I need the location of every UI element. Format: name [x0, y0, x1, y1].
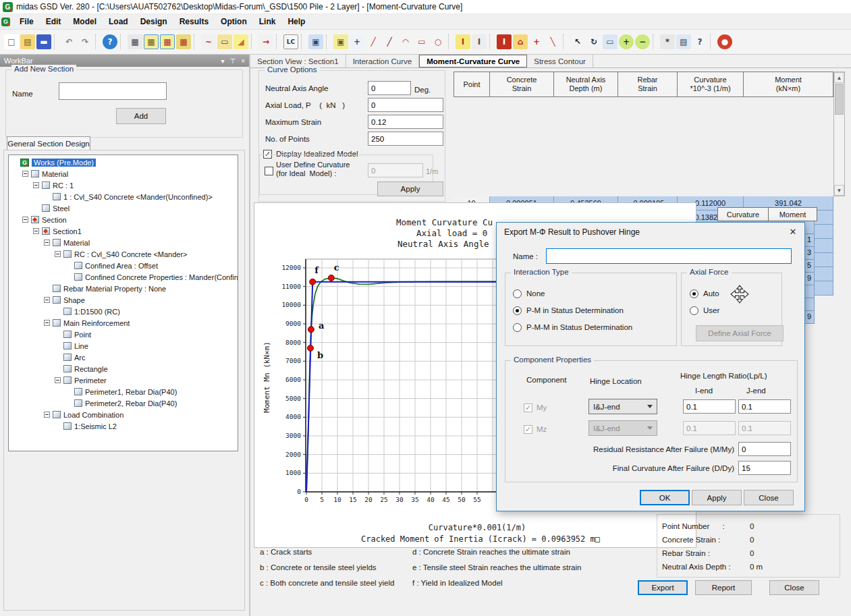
tree-item[interactable]: Arc: [9, 352, 238, 363]
column-header-moment[interactable]: Moment(kN×m): [744, 72, 833, 97]
ibeam-dimension-icon[interactable]: I: [472, 34, 487, 49]
menu-results[interactable]: Results: [173, 16, 215, 28]
tree-item[interactable]: Section: [9, 214, 238, 225]
open-file-icon[interactable]: ▤: [20, 34, 35, 49]
tree-expand-icon[interactable]: [44, 240, 50, 246]
rebar-rect-icon[interactable]: ▭: [414, 34, 429, 49]
node-snap-icon[interactable]: +: [350, 34, 364, 49]
load-case-icon[interactable]: LC: [283, 34, 298, 49]
pin-icon[interactable]: ⊤: [229, 57, 236, 65]
interaction-option-p-m-in-status-determination[interactable]: P-M in Status Determination: [513, 305, 624, 316]
tree-item[interactable]: Rectangle: [9, 363, 238, 374]
section-grid-icon[interactable]: ▦: [144, 34, 159, 49]
scroll-thumb[interactable]: [835, 84, 844, 115]
tab-stress-contour[interactable]: Stress Contour: [527, 55, 593, 67]
dialog-close-button[interactable]: Close: [744, 490, 794, 505]
tree-expand-icon[interactable]: [55, 251, 61, 257]
tree-item[interactable]: 1:Seismic L2: [9, 420, 238, 432]
report-button[interactable]: Report: [695, 580, 752, 595]
dialog-apply-button[interactable]: Apply: [692, 490, 742, 505]
zoom-out-icon[interactable]: −: [635, 34, 650, 49]
tab-general-section-design[interactable]: General Section Design: [7, 136, 90, 150]
no-of-points-input[interactable]: [368, 132, 443, 146]
interaction-option-p-m-m-in-status-determination[interactable]: P-M-M in Status Determination: [513, 322, 632, 333]
interaction-option-none[interactable]: None: [513, 288, 545, 299]
menu-model[interactable]: Model: [67, 16, 103, 28]
tree-item[interactable]: RC : 1: [9, 179, 238, 191]
scroll-up-icon[interactable]: ▲: [834, 72, 844, 83]
menu-link[interactable]: Link: [253, 16, 282, 28]
rebar-point-icon[interactable]: ╱: [366, 34, 381, 49]
tree-item[interactable]: Steel: [9, 202, 238, 214]
tree-item[interactable]: Point: [9, 329, 238, 340]
moment-curvature-icon[interactable]: →: [258, 34, 273, 49]
final-curvature-input[interactable]: [738, 461, 791, 475]
tree-item[interactable]: Confined Concrete Properties : Mander(Co…: [9, 271, 238, 283]
my-jend-input[interactable]: [738, 399, 791, 414]
menu-file[interactable]: File: [13, 16, 40, 28]
tree-item[interactable]: 1:D1500 (RC): [9, 306, 238, 317]
axial-load-input[interactable]: [368, 98, 443, 112]
tree-expand-icon[interactable]: [44, 412, 50, 418]
my-hinge-location-select[interactable]: I&J-end: [588, 399, 657, 414]
neutral-axis-angle-input[interactable]: [368, 81, 411, 95]
section-rebar-icon[interactable]: ▦: [160, 34, 175, 49]
axial-option-auto[interactable]: Auto: [690, 288, 719, 299]
maximum-strain-input[interactable]: [368, 115, 443, 129]
zoom-in-icon[interactable]: +: [619, 34, 634, 49]
save-file-icon[interactable]: ▬: [36, 34, 51, 49]
tree-item[interactable]: Perimeter: [9, 374, 238, 386]
pushover-hinge-icon[interactable]: ⌂: [513, 34, 528, 49]
user-define-checkbox[interactable]: [265, 167, 273, 175]
rebar-line-icon[interactable]: ╱: [382, 34, 397, 49]
tree-item[interactable]: Section1: [9, 225, 238, 237]
tree-item[interactable]: 1 : Cvl_S40 Concrete <Mander(Unconfined)…: [9, 191, 238, 202]
rebar-perimeter-icon[interactable]: ○: [431, 34, 445, 49]
menu-load[interactable]: Load: [103, 16, 134, 28]
menu-help[interactable]: Help: [281, 16, 311, 28]
tree-item[interactable]: Perimeter1, Rebar Dia(P40): [9, 386, 238, 397]
column-header-curvature[interactable]: Curvature*10^-3 (1/m): [678, 72, 744, 97]
tree-item[interactable]: Perimeter2, Rebar Dia(P40): [9, 397, 238, 409]
tree-expand-icon[interactable]: [44, 297, 50, 303]
column-header-point[interactable]: Point: [454, 72, 490, 97]
my-iend-input[interactable]: [683, 399, 736, 414]
tree-item[interactable]: Confined Area : Offset: [9, 260, 238, 271]
tree-expand-icon[interactable]: [22, 171, 28, 177]
menu-option[interactable]: Option: [215, 16, 253, 28]
new-file-icon[interactable]: □: [4, 34, 19, 49]
undo-icon[interactable]: ↶: [61, 34, 76, 49]
axial-option-user[interactable]: User: [690, 305, 719, 316]
db-update-icon[interactable]: ●: [717, 34, 732, 49]
export-button[interactable]: Export: [638, 580, 688, 595]
tree-item[interactable]: GWorks (Pre.Mode): [9, 157, 238, 168]
dialog-ok-button[interactable]: OK: [640, 490, 690, 505]
tab-moment-curvature-curve[interactable]: Moment-Curvature Curve: [419, 55, 527, 67]
tree-item[interactable]: Rebar Material Property : None: [9, 283, 238, 294]
window-layers-icon[interactable]: ▤: [676, 34, 691, 49]
column-header-concrete[interactable]: ConcreteStrain: [490, 72, 554, 97]
zoom-window-icon[interactable]: ▭: [603, 34, 617, 49]
tree-item[interactable]: Line: [9, 340, 238, 352]
menu-edit[interactable]: Edit: [40, 16, 67, 28]
section-skew-icon[interactable]: ╲: [545, 34, 560, 49]
tab-interaction-curve[interactable]: Interaction Curve: [346, 55, 420, 67]
close-button[interactable]: Close: [769, 580, 819, 595]
chevron-down-icon[interactable]: ▾: [221, 57, 224, 65]
ibeam-section-icon[interactable]: I: [456, 34, 470, 49]
tree-item[interactable]: Shape: [9, 294, 238, 306]
interaction-curve-icon[interactable]: ~: [201, 34, 216, 49]
section-window-icon[interactable]: ▣: [333, 34, 348, 49]
stress-contour-icon[interactable]: ◢: [234, 34, 248, 49]
table-scrollbar[interactable]: ▲▼: [833, 72, 845, 196]
tree-item[interactable]: Material: [9, 168, 238, 179]
apply-curve-options-button[interactable]: Apply: [377, 181, 443, 196]
tree-item[interactable]: Material: [9, 237, 238, 248]
select-pointer-icon[interactable]: ↖: [570, 34, 585, 49]
tree-item[interactable]: RC : Cvl_S40 Concrete <Mander>: [9, 248, 238, 260]
preferences-icon[interactable]: *: [660, 34, 675, 49]
tree-expand-icon[interactable]: [44, 320, 50, 326]
dialog-close-icon[interactable]: ✕: [786, 225, 800, 237]
scroll-track[interactable]: [834, 115, 844, 185]
tree-expand-icon[interactable]: [22, 217, 28, 223]
